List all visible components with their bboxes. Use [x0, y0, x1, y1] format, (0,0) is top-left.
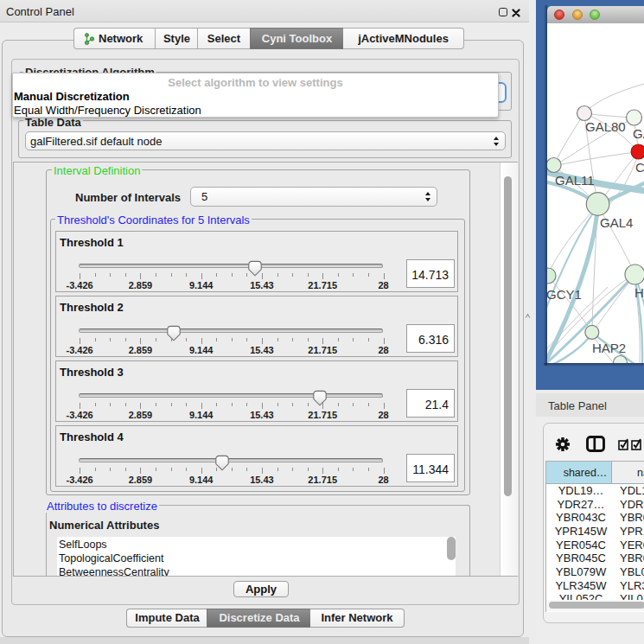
svg-text:C: C: [635, 160, 644, 175]
svg-text:H: H: [634, 285, 644, 300]
svg-text:GA: GA: [633, 126, 644, 141]
svg-text:HAP2: HAP2: [592, 341, 626, 355]
svg-text:GCY1: GCY1: [547, 287, 582, 302]
svg-text:GAL4: GAL4: [600, 215, 633, 230]
svg-text:GAL80: GAL80: [585, 119, 626, 134]
svg-text:GAL11: GAL11: [555, 173, 595, 188]
